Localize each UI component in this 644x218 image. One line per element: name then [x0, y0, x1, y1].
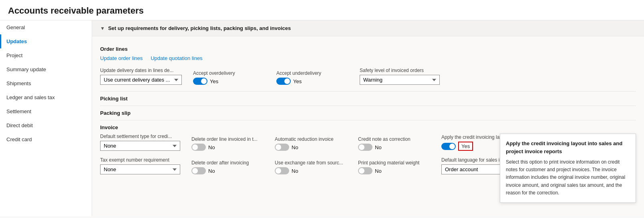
delete-order-after-toggle[interactable] — [191, 167, 206, 174]
picking-list-title: Picking list — [100, 96, 636, 102]
automatic-reduction-toggle[interactable] — [275, 144, 289, 151]
use-exchange-rate-toggle[interactable] — [275, 167, 289, 174]
delete-order-after-label: Delete order after invoicing — [191, 160, 264, 166]
accept-underdelivery-toggle-container: Yes — [276, 78, 348, 85]
print-packing-material-field: Print packing material weight No — [358, 160, 430, 174]
delete-order-after-toggle-container: No — [191, 167, 264, 174]
delete-order-after-value: No — [208, 168, 215, 174]
sidebar: General Updates Project Summary update S… — [0, 20, 92, 216]
safety-level-select[interactable]: Warning Error None — [360, 75, 440, 85]
automatic-reduction-value: No — [292, 144, 298, 150]
main-content: ▼ Set up requirements for delivery, pick… — [92, 20, 644, 216]
use-exchange-rate-label: Use exchange rate from sourc... — [275, 160, 347, 166]
accept-overdelivery-toggle-container: Yes — [193, 78, 265, 85]
automatic-reduction-toggle-container: No — [275, 144, 347, 151]
order-lines-title: Order lines — [100, 46, 636, 52]
accept-underdelivery-value: Yes — [293, 78, 302, 84]
collapse-icon[interactable]: ▼ — [100, 26, 105, 31]
default-settlement-select[interactable]: None Automatic Manual — [100, 141, 180, 151]
sidebar-item-shipments[interactable]: Shipments — [0, 76, 92, 90]
sidebar-item-updates[interactable]: Updates — [0, 34, 92, 48]
sidebar-item-direct-debit[interactable]: Direct debit — [0, 118, 92, 132]
automatic-reduction-field: Automatic reduction invoice No — [275, 136, 347, 151]
print-packing-material-value: No — [375, 168, 382, 174]
fields-row-1: Update delivery dates in lines de... Use… — [100, 68, 636, 85]
delete-order-line-value: No — [208, 144, 215, 150]
accept-overdelivery-value: Yes — [210, 78, 218, 84]
use-exchange-rate-toggle-container: No — [275, 167, 347, 174]
default-settlement-label: Default settlement type for credi... — [100, 134, 180, 139]
update-delivery-select[interactable]: Use current delivery dates ... — [100, 75, 182, 85]
update-quotation-lines-link[interactable]: Update quotation lines — [151, 55, 202, 61]
packing-slip-title: Packing slip — [100, 110, 636, 116]
update-delivery-label: Update delivery dates in lines de... — [100, 68, 182, 73]
divider-1 — [100, 91, 636, 92]
use-exchange-rate-field: Use exchange rate from sourc... No — [275, 160, 347, 174]
tax-exempt-label: Tax exempt number requirement — [100, 157, 180, 163]
fields-with-tooltip: Default settlement type for credi... Non… — [100, 134, 636, 174]
delete-order-after-field: Delete order after invoicing No — [191, 160, 264, 174]
use-exchange-rate-value: No — [292, 168, 298, 174]
safety-level-field: Safety level of invoiced orders Warning … — [360, 68, 440, 85]
delete-order-line-label: Delete order line invoiced in t... — [191, 136, 264, 142]
automatic-reduction-label: Automatic reduction invoice — [275, 136, 347, 142]
sidebar-item-summary-update[interactable]: Summary update — [0, 62, 92, 76]
tooltip-title: Apply the credit invoicing layout into s… — [506, 140, 630, 155]
section-header: ▼ Set up requirements for delivery, pick… — [92, 20, 644, 36]
credit-note-toggle-container: No — [358, 144, 430, 151]
sidebar-item-ledger-sales-tax[interactable]: Ledger and sales tax — [0, 90, 92, 104]
credit-note-field: Credit note as correction No — [358, 136, 430, 151]
print-packing-material-toggle[interactable] — [358, 167, 372, 174]
default-settlement-field: Default settlement type for credi... Non… — [100, 134, 180, 151]
tax-exempt-field: Tax exempt number requirement None Optio… — [100, 157, 180, 174]
delete-order-line-field: Delete order line invoiced in t... No — [191, 136, 264, 151]
delete-order-line-toggle-container: No — [191, 144, 264, 151]
divider-3 — [100, 120, 636, 120]
accept-overdelivery-field: Accept overdelivery Yes — [193, 70, 265, 85]
accept-underdelivery-label: Accept underdelivery — [276, 70, 348, 76]
accept-overdelivery-toggle[interactable] — [193, 78, 207, 85]
update-delivery-dates-field: Update delivery dates in lines de... Use… — [100, 68, 182, 85]
sidebar-item-general[interactable]: General — [0, 20, 92, 34]
tooltip-box: Apply the credit invoicing layout into s… — [500, 134, 636, 203]
credit-note-value: No — [375, 144, 382, 150]
credit-note-label: Credit note as correction — [358, 136, 430, 142]
sidebar-item-settlement[interactable]: Settlement — [0, 104, 92, 118]
accept-overdelivery-label: Accept overdelivery — [193, 70, 265, 76]
delete-order-line-toggle[interactable] — [191, 144, 206, 151]
divider-2 — [100, 106, 636, 106]
apply-credit-invoicing-value: Yes — [458, 142, 473, 151]
page-title: Accounts receivable parameters — [0, 0, 644, 20]
print-packing-material-label: Print packing material weight — [358, 160, 430, 166]
safety-level-label: Safety level of invoiced orders — [360, 68, 440, 73]
link-row: Update order lines Update quotation line… — [100, 55, 636, 61]
apply-credit-invoicing-toggle[interactable] — [441, 143, 456, 150]
tax-exempt-select[interactable]: None Optional Mandatory — [100, 164, 180, 174]
print-packing-material-toggle-container: No — [358, 167, 430, 174]
update-order-lines-link[interactable]: Update order lines — [100, 55, 143, 61]
tooltip-body: Select this option to print invoice info… — [506, 158, 630, 197]
sidebar-item-credit-card[interactable]: Credit card — [0, 132, 92, 146]
section-title: Set up requirements for delivery, pickin… — [108, 25, 291, 31]
credit-note-toggle[interactable] — [358, 144, 372, 151]
accept-underdelivery-field: Accept underdelivery Yes — [276, 70, 348, 85]
accept-underdelivery-toggle[interactable] — [276, 78, 291, 85]
section-body: Order lines Update order lines Update qu… — [92, 36, 644, 187]
invoice-title: Invoice — [100, 124, 636, 130]
sidebar-item-project[interactable]: Project — [0, 48, 92, 62]
